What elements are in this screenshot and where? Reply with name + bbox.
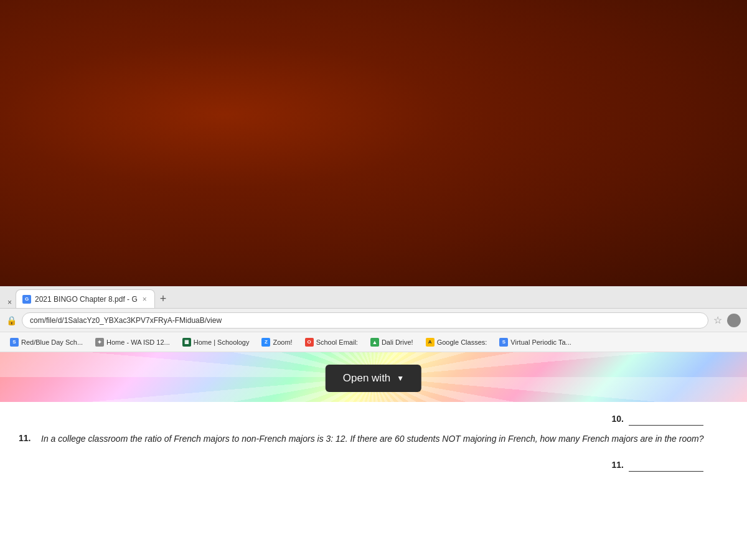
question-10-label: 10. xyxy=(612,413,624,426)
browser-window: × G 2021 BINGO Chapter 8.pdf - G × + 🔒 ☆… xyxy=(0,286,747,560)
chevron-down-icon: ▼ xyxy=(397,374,404,383)
open-with-label: Open with xyxy=(343,372,391,385)
answer-blank-11 xyxy=(629,458,703,472)
question-11-answer-label: 11. xyxy=(612,459,624,472)
bookmark-label: Home | Schoology xyxy=(194,338,250,346)
bookmark-label: Red/Blue Day Sch... xyxy=(21,338,83,346)
bookmark-favicon-s: S xyxy=(10,338,19,347)
bookmark-home-wa[interactable]: ✦ Home - WA ISD 12... xyxy=(90,336,175,348)
question-10-answer-area: 10. xyxy=(19,412,703,426)
bookmark-label: Zoom! xyxy=(273,338,292,346)
bookmark-virtual-periodic[interactable]: S Virtual Periodic Ta... xyxy=(494,336,576,348)
bookmark-label: Dali Drive! xyxy=(382,338,413,346)
question-11: 11. In a college classroom the ratio of … xyxy=(19,432,728,446)
tab-bar: × G 2021 BINGO Chapter 8.pdf - G × + xyxy=(0,286,747,309)
bookmark-school-email[interactable]: O School Email: xyxy=(300,336,363,348)
bookmark-favicon-periodic: S xyxy=(499,338,508,347)
bookmark-label: Home - WA ISD 12... xyxy=(106,338,170,346)
open-with-button[interactable]: Open with ▼ xyxy=(326,365,421,392)
page-content: Open with ▼ 10. 11. In a college classro… xyxy=(0,352,747,560)
bookmark-favicon-drive: ▲ xyxy=(370,338,379,347)
pdf-header: Open with ▼ xyxy=(0,352,747,402)
tab-close-button[interactable]: × xyxy=(141,295,148,304)
question-11-text: In a college classroom the ratio of Fren… xyxy=(41,432,703,446)
profile-icon[interactable] xyxy=(727,314,741,327)
bookmark-google-classes[interactable]: A Google Classes: xyxy=(421,336,492,348)
bookmark-dali-drive[interactable]: ▲ Dali Drive! xyxy=(365,336,418,348)
bookmark-star-icon[interactable]: ☆ xyxy=(713,314,722,326)
pdf-body: 10. 11. In a college classroom the ratio… xyxy=(0,402,747,482)
bookmark-favicon-schoology: ▦ xyxy=(182,338,191,347)
bookmark-red-blue[interactable]: S Red/Blue Day Sch... xyxy=(5,336,88,348)
lock-icon: 🔒 xyxy=(6,315,17,325)
window-close-button[interactable]: × xyxy=(5,297,14,308)
bookmark-favicon-classes: A xyxy=(426,338,435,347)
question-11-number: 11. xyxy=(19,432,34,446)
active-tab[interactable]: G 2021 BINGO Chapter 8.pdf - G × xyxy=(16,289,155,308)
bookmark-label: Google Classes: xyxy=(437,338,487,346)
bookmark-favicon-email: O xyxy=(305,338,314,347)
tab-favicon: G xyxy=(22,295,31,304)
bookmark-favicon-zoom: Z xyxy=(261,338,270,347)
tab-title: 2021 BINGO Chapter 8.pdf - G xyxy=(35,295,138,304)
address-bar: 🔒 ☆ xyxy=(0,309,747,332)
new-tab-button[interactable]: + xyxy=(155,289,172,308)
bookmark-zoom[interactable]: Z Zoom! xyxy=(256,336,297,348)
bookmark-schoology[interactable]: ▦ Home | Schoology xyxy=(177,336,255,348)
desktop-background xyxy=(0,0,747,286)
bookmarks-bar: S Red/Blue Day Sch... ✦ Home - WA ISD 12… xyxy=(0,332,747,352)
bookmark-favicon-star: ✦ xyxy=(95,338,104,347)
url-input[interactable] xyxy=(22,312,708,329)
bookmark-label: Virtual Periodic Ta... xyxy=(510,338,571,346)
answer-blank-10 xyxy=(629,412,703,426)
question-11-answer-area: 11. xyxy=(19,458,703,472)
bookmark-label: School Email: xyxy=(316,338,358,346)
